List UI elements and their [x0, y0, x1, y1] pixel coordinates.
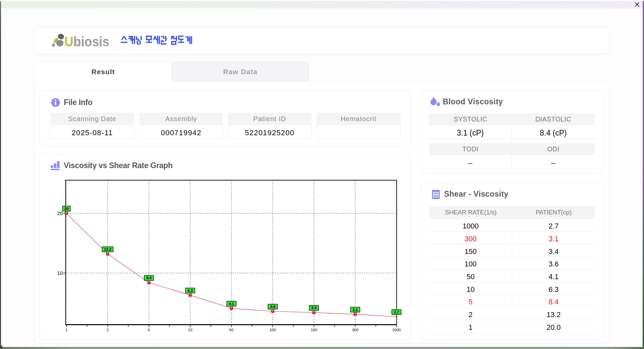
svg-text:4.1: 4.1 — [229, 302, 234, 306]
svg-text:Ubiosis: Ubiosis — [64, 34, 109, 49]
svg-text:13.2: 13.2 — [104, 247, 111, 251]
svg-text:3.1: 3.1 — [353, 308, 358, 312]
svg-text:300: 300 — [352, 328, 358, 332]
svg-text:3.6: 3.6 — [270, 305, 275, 309]
svg-text:10: 10 — [57, 270, 63, 276]
svg-text:1: 1 — [65, 328, 67, 332]
svg-text:8.4: 8.4 — [146, 276, 152, 280]
svg-text:6.3: 6.3 — [187, 289, 193, 293]
svg-text:100: 100 — [269, 328, 276, 332]
svg-text:150: 150 — [311, 328, 317, 332]
svg-text:1000: 1000 — [392, 328, 401, 332]
svg-text:50: 50 — [229, 328, 234, 332]
svg-text:3.4: 3.4 — [311, 306, 317, 310]
svg-text:10: 10 — [188, 328, 193, 332]
svg-text:2: 2 — [107, 328, 109, 332]
svg-text:5: 5 — [148, 328, 150, 332]
svg-text:2.7: 2.7 — [394, 310, 399, 314]
svg-text:20: 20 — [57, 210, 63, 216]
svg-text:20: 20 — [64, 207, 69, 211]
